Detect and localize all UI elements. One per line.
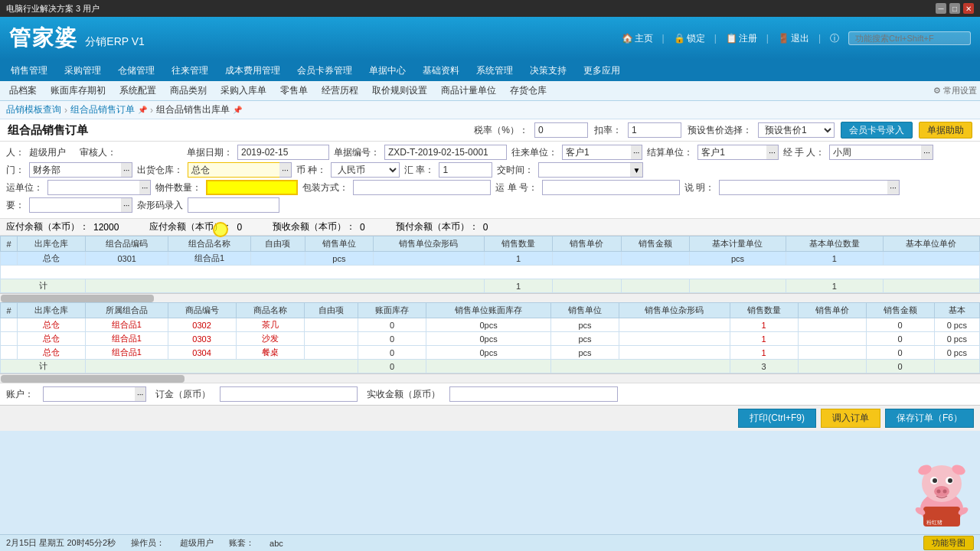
nav-transactions[interactable]: 往来管理: [164, 63, 216, 79]
subnav-warehouse[interactable]: 存货仓库: [504, 83, 553, 99]
save-button[interactable]: 保存订单（F6）: [885, 409, 974, 428]
lock-button[interactable]: 🔒 锁定: [674, 32, 705, 45]
svg-point-10: [943, 490, 947, 494]
main-table-hscroll-bar[interactable]: [1, 295, 154, 302]
preset-select[interactable]: 预设售价1: [758, 122, 835, 138]
rate-input[interactable]: [439, 162, 492, 178]
dept-input[interactable]: [29, 162, 121, 178]
parts-count-input[interactable]: [206, 180, 298, 195]
preset-label: 预设售价选择：: [688, 124, 752, 137]
sub-footer-unit-stock: [426, 360, 551, 373]
handler-input[interactable]: [829, 145, 921, 160]
package-input[interactable]: [353, 180, 491, 195]
nav-decision[interactable]: 决策支持: [522, 63, 574, 79]
nav-membership[interactable]: 会员卡券管理: [289, 63, 360, 79]
form-row-3: 运单位： ··· 物件数量： 包装方式： 运 单 号： 说 明： ···: [6, 180, 974, 195]
svg-point-13: [957, 506, 969, 517]
shipping-unit-input[interactable]: [47, 180, 139, 195]
sub-table-row[interactable]: 总仓 组合品1 0302 茶几 0 0pcs pcs 1 0 0 pcs: [1, 318, 980, 332]
settings-button[interactable]: ⚙ 常用设置: [933, 85, 977, 96]
date-input[interactable]: [237, 145, 329, 160]
member-card-button[interactable]: 会员卡号录入: [841, 122, 913, 139]
account-dots[interactable]: ···: [135, 386, 146, 402]
summary-row: 应付余额（本币）： 12000 应付余额（本币）： 0 预收余额（本币）： 0 …: [0, 219, 980, 236]
docno-input[interactable]: [384, 145, 507, 160]
handler-dots[interactable]: ···: [921, 145, 933, 160]
sub-table-row[interactable]: 总仓 组合品1 0304 餐桌 0 0pcs pcs 1 0 0 pcs: [1, 346, 980, 360]
requirement-dots[interactable]: ···: [121, 197, 132, 213]
note-input[interactable]: [719, 180, 887, 195]
sub-table-row[interactable]: 总仓 组合品1 0303 沙发 0 0pcs pcs 1 0 0 pcs: [1, 332, 980, 346]
nav-basics[interactable]: 基础资料: [415, 63, 467, 79]
barcode-input[interactable]: [188, 197, 279, 213]
import-button[interactable]: 调入订单: [821, 409, 880, 428]
home-button[interactable]: 🏠 主页: [622, 32, 653, 45]
status-bar: 2月15日 星期五 20时45分2秒 操作员： 超级用户 账套： abc 功能导…: [0, 534, 980, 551]
subnav-history[interactable]: 经营历程: [315, 83, 364, 99]
date-label: 单据日期：: [187, 146, 233, 159]
exchange-input[interactable]: [538, 162, 630, 178]
target-unit-input[interactable]: [562, 145, 631, 160]
account-field: ···: [43, 386, 146, 402]
footer-price: [553, 279, 621, 293]
subnav-archive[interactable]: 品档案: [3, 83, 43, 99]
exit-button[interactable]: 🚪 退出: [778, 32, 809, 45]
subnav-category[interactable]: 商品类别: [164, 83, 213, 99]
requirement-input[interactable]: [29, 197, 121, 213]
dept-dots[interactable]: ···: [121, 162, 132, 178]
subnav-ledger[interactable]: 账面库存期初: [44, 83, 112, 99]
main-table-hscroll[interactable]: [0, 293, 980, 302]
nav-costs[interactable]: 成本费用管理: [217, 63, 288, 79]
subnav-uom[interactable]: 商品计量单位: [435, 83, 502, 99]
sub-cell-combo: 组合品1: [86, 346, 168, 360]
maximize-button[interactable]: □: [949, 3, 960, 14]
nav-purchase[interactable]: 采购管理: [57, 63, 109, 79]
dept-label: 门：: [6, 164, 24, 177]
settle-unit-dots[interactable]: ···: [766, 145, 778, 160]
assist-button[interactable]: 单据助助: [919, 122, 972, 139]
sub-cell-stock: 0: [358, 332, 426, 346]
register-button[interactable]: 📋 注册: [726, 32, 757, 45]
note-dots[interactable]: ···: [887, 180, 899, 195]
sub-cell-combo: 组合品1: [86, 318, 168, 332]
sub-table-hscroll[interactable]: [0, 373, 980, 383]
order-input[interactable]: [220, 386, 358, 402]
sub-cell-combo: 组合品1: [86, 332, 168, 346]
breadcrumb-item-2[interactable]: 组合品销售订单: [70, 103, 135, 116]
minimize-button[interactable]: ─: [936, 3, 946, 14]
breadcrumb-item-1[interactable]: 品销模板查询: [6, 103, 61, 116]
info-button[interactable]: ⓘ: [830, 32, 839, 45]
nav-more[interactable]: 更多应用: [576, 63, 628, 79]
nav-sales[interactable]: 销售管理: [3, 63, 55, 79]
table-row[interactable]: 总仓 0301 组合品1 pcs 1 pcs 1: [1, 252, 980, 266]
svg-point-8: [934, 486, 949, 497]
nav-warehouse[interactable]: 仓储管理: [110, 63, 162, 79]
subnav-sysconfig[interactable]: 系统配置: [113, 83, 162, 99]
func-search-input[interactable]: [848, 31, 971, 45]
warehouse-input[interactable]: [188, 162, 279, 178]
nav-system[interactable]: 系统管理: [469, 63, 521, 79]
target-unit-dots[interactable]: ···: [631, 145, 642, 160]
subnav-pricing[interactable]: 取价规则设置: [366, 83, 433, 99]
actual-input[interactable]: [449, 386, 618, 402]
tax-input[interactable]: [534, 122, 588, 138]
sub-table-hscroll-bar[interactable]: [1, 375, 185, 383]
shipping-no-input[interactable]: [542, 180, 680, 195]
package-label: 包装方式：: [302, 181, 348, 194]
sub-th-code: 商品编号: [168, 303, 236, 318]
shipping-unit-dots[interactable]: ···: [139, 180, 151, 195]
warehouse-dots[interactable]: ···: [279, 162, 291, 178]
exchange-dots[interactable]: ▼: [630, 162, 643, 178]
nav-documents[interactable]: 单据中心: [361, 63, 413, 79]
subnav-purchase-in[interactable]: 采购入库单: [214, 83, 273, 99]
currency-select[interactable]: 人民币: [331, 162, 400, 178]
th-amount: 销售金额: [621, 236, 689, 252]
print-button[interactable]: 打印(Ctrl+F9): [738, 409, 816, 428]
help-button[interactable]: 功能导图: [923, 536, 974, 550]
settle-unit-input[interactable]: [697, 145, 766, 160]
close-button[interactable]: ✕: [963, 3, 974, 14]
handler-label: 经 手 人：: [783, 146, 825, 159]
discount-input[interactable]: [628, 122, 681, 138]
account-input[interactable]: [43, 386, 135, 402]
subnav-retail[interactable]: 零售单: [274, 83, 314, 99]
